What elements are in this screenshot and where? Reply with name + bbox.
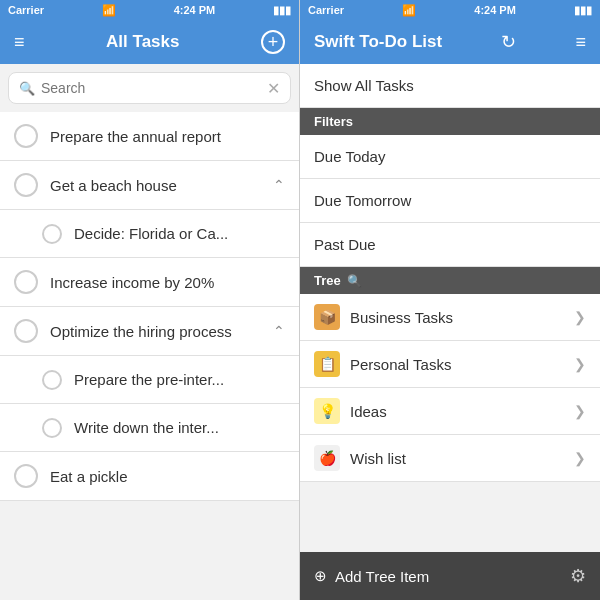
- task-sub-item[interactable]: Decide: Florida or Ca...: [0, 210, 299, 258]
- past-due-item[interactable]: Past Due: [300, 223, 600, 267]
- tree-search-icon[interactable]: 🔍: [347, 274, 362, 288]
- task-checkbox[interactable]: [42, 224, 62, 244]
- ideas-item[interactable]: 💡 Ideas ❯: [300, 388, 600, 435]
- left-status-bar: Carrier 📶 4:24 PM ▮▮▮: [0, 0, 299, 20]
- due-today-item[interactable]: Due Today: [300, 135, 600, 179]
- left-time: 4:24 PM: [174, 4, 216, 16]
- left-battery: ▮▮▮: [273, 4, 291, 17]
- chevron-right-icon: ❯: [574, 450, 586, 466]
- task-checkbox[interactable]: [14, 270, 38, 294]
- task-list: Prepare the annual report Get a beach ho…: [0, 112, 299, 600]
- right-panel: Carrier 📶 4:24 PM ▮▮▮ Swift To-Do List ↻…: [300, 0, 600, 600]
- wishlist-item[interactable]: 🍎 Wish list ❯: [300, 435, 600, 482]
- task-checkbox[interactable]: [42, 418, 62, 438]
- task-checkbox[interactable]: [14, 319, 38, 343]
- expand-chevron-icon[interactable]: ⌃: [273, 177, 285, 193]
- task-checkbox[interactable]: [14, 124, 38, 148]
- right-time: 4:24 PM: [474, 4, 516, 16]
- left-add-button[interactable]: +: [261, 30, 285, 54]
- task-sub-item[interactable]: Prepare the pre-inter...: [0, 356, 299, 404]
- app-title: Swift To-Do List: [314, 32, 442, 52]
- right-header: Swift To-Do List ↻ ≡: [300, 20, 600, 64]
- show-all-tasks-item[interactable]: Show All Tasks: [300, 64, 600, 108]
- ideas-icon: 💡: [314, 398, 340, 424]
- left-carrier: Carrier: [8, 4, 44, 16]
- task-label: Decide: Florida or Ca...: [74, 225, 285, 242]
- tree-label: Tree: [314, 273, 341, 288]
- due-tomorrow-label: Due Tomorrow: [314, 192, 411, 209]
- task-item[interactable]: Prepare the annual report: [0, 112, 299, 161]
- tree-section-header: Tree 🔍: [300, 267, 600, 294]
- menu-list: Show All Tasks Filters Due Today Due Tom…: [300, 64, 600, 552]
- due-tomorrow-item[interactable]: Due Tomorrow: [300, 179, 600, 223]
- task-item[interactable]: Get a beach house ⌃: [0, 161, 299, 210]
- filters-section-header: Filters: [300, 108, 600, 135]
- add-tree-label: Add Tree Item: [335, 568, 429, 585]
- chevron-right-icon: ❯: [574, 309, 586, 325]
- ideas-label: Ideas: [350, 403, 574, 420]
- personal-icon: 📋: [314, 351, 340, 377]
- show-all-label: Show All Tasks: [314, 77, 414, 94]
- wishlist-label: Wish list: [350, 450, 574, 467]
- sync-icon[interactable]: ↻: [501, 31, 516, 53]
- search-input[interactable]: [41, 80, 267, 96]
- task-item[interactable]: Eat a pickle: [0, 452, 299, 501]
- left-title: All Tasks: [106, 32, 179, 52]
- task-sub-item[interactable]: Write down the inter...: [0, 404, 299, 452]
- past-due-label: Past Due: [314, 236, 376, 253]
- search-icon: 🔍: [19, 81, 35, 96]
- clear-search-icon[interactable]: ✕: [267, 79, 280, 98]
- task-item[interactable]: Increase income by 20%: [0, 258, 299, 307]
- chevron-right-icon: ❯: [574, 356, 586, 372]
- due-today-label: Due Today: [314, 148, 385, 165]
- task-checkbox[interactable]: [42, 370, 62, 390]
- task-label: Eat a pickle: [50, 468, 285, 485]
- business-label: Business Tasks: [350, 309, 574, 326]
- filters-label: Filters: [314, 114, 353, 129]
- personal-tasks-item[interactable]: 📋 Personal Tasks ❯: [300, 341, 600, 388]
- task-checkbox[interactable]: [14, 464, 38, 488]
- task-label: Write down the inter...: [74, 419, 285, 436]
- wishlist-icon: 🍎: [314, 445, 340, 471]
- left-menu-icon[interactable]: ≡: [14, 32, 25, 53]
- task-label: Prepare the pre-inter...: [74, 371, 285, 388]
- add-tree-button[interactable]: ⊕ Add Tree Item: [314, 567, 429, 585]
- task-label: Prepare the annual report: [50, 128, 285, 145]
- add-tree-plus-icon: ⊕: [314, 567, 327, 585]
- business-icon: 📦: [314, 304, 340, 330]
- chevron-right-icon: ❯: [574, 403, 586, 419]
- search-bar[interactable]: 🔍 ✕: [8, 72, 291, 104]
- right-menu-icon[interactable]: ≡: [575, 32, 586, 53]
- task-checkbox[interactable]: [14, 173, 38, 197]
- personal-label: Personal Tasks: [350, 356, 574, 373]
- right-carrier: Carrier: [308, 4, 344, 16]
- left-header: ≡ All Tasks +: [0, 20, 299, 64]
- left-panel: Carrier 📶 4:24 PM ▮▮▮ ≡ All Tasks + 🔍 ✕ …: [0, 0, 300, 600]
- settings-gear-icon[interactable]: ⚙: [570, 565, 586, 587]
- task-label: Increase income by 20%: [50, 274, 285, 291]
- right-status-bar: Carrier 📶 4:24 PM ▮▮▮: [300, 0, 600, 20]
- task-item[interactable]: Optimize the hiring process ⌃: [0, 307, 299, 356]
- task-label: Get a beach house: [50, 177, 273, 194]
- add-tree-bar[interactable]: ⊕ Add Tree Item ⚙: [300, 552, 600, 600]
- expand-chevron-icon[interactable]: ⌃: [273, 323, 285, 339]
- task-label: Optimize the hiring process: [50, 323, 273, 340]
- business-tasks-item[interactable]: 📦 Business Tasks ❯: [300, 294, 600, 341]
- right-battery: ▮▮▮: [574, 4, 592, 17]
